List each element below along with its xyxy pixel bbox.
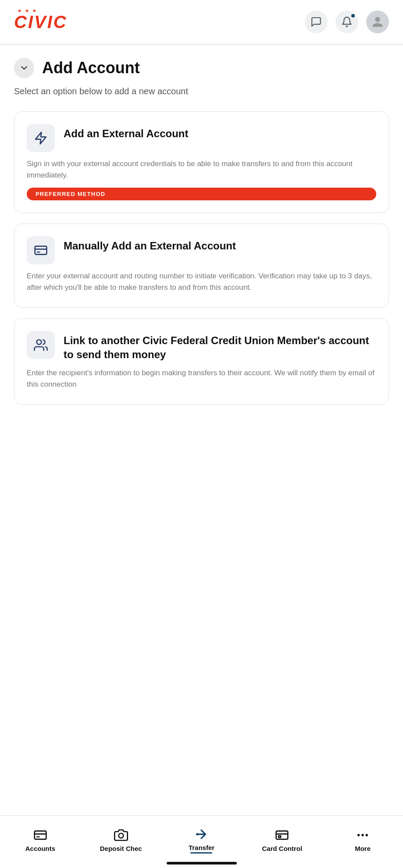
civic-member-title: Link to another Civic Federal Credit Uni… bbox=[64, 334, 376, 361]
civic-member-card[interactable]: Link to another Civic Federal Credit Uni… bbox=[14, 318, 389, 405]
nav-card-control[interactable]: Card Control bbox=[242, 816, 322, 860]
people-icon bbox=[34, 338, 48, 352]
card-top-1: Add an External Account bbox=[27, 124, 376, 152]
svg-point-10 bbox=[196, 833, 198, 835]
accounts-label: Accounts bbox=[25, 845, 55, 852]
avatar-button[interactable] bbox=[366, 11, 389, 33]
civic-logo: CIVIC bbox=[14, 13, 68, 31]
star-1 bbox=[18, 9, 21, 13]
logo-text: CIVIC bbox=[14, 13, 68, 31]
lightning-icon-wrap bbox=[27, 124, 55, 152]
bottom-nav: Accounts Deposit Chec Transfer Card Cont… bbox=[0, 815, 403, 868]
camera-icon bbox=[114, 828, 128, 842]
more-icon bbox=[356, 828, 370, 842]
card-icon bbox=[34, 243, 48, 257]
notification-button[interactable] bbox=[335, 11, 358, 33]
header-icons bbox=[305, 11, 389, 33]
back-button[interactable] bbox=[14, 58, 34, 78]
notification-dot bbox=[350, 13, 356, 18]
external-account-desc: Sign in with your external account crede… bbox=[27, 158, 376, 181]
civic-member-desc: Enter the recipient's information to beg… bbox=[27, 367, 376, 391]
app-header: CIVIC bbox=[0, 0, 403, 44]
bottom-spacer bbox=[0, 405, 403, 466]
transfer-icon bbox=[194, 827, 208, 841]
transfer-label: Transfer bbox=[189, 844, 214, 851]
transfer-active-indicator bbox=[190, 852, 212, 854]
svg-rect-11 bbox=[276, 831, 288, 840]
logo-stars bbox=[18, 9, 36, 13]
card-icon-wrap-2 bbox=[27, 236, 55, 264]
user-icon bbox=[371, 16, 384, 28]
manual-external-title: Manually Add an External Account bbox=[64, 239, 236, 253]
accounts-icon bbox=[33, 828, 47, 842]
star-3 bbox=[32, 9, 36, 13]
external-account-card[interactable]: Add an External Account Sign in with you… bbox=[14, 111, 389, 213]
deposit-check-label: Deposit Chec bbox=[100, 845, 142, 852]
card-content-3: Link to another Civic Federal Credit Uni… bbox=[64, 331, 376, 361]
svg-rect-13 bbox=[278, 836, 281, 837]
lightning-icon bbox=[34, 131, 48, 145]
external-account-title: Add an External Account bbox=[64, 127, 188, 140]
bell-icon bbox=[341, 16, 353, 28]
page-subtitle: Select an option below to add a new acco… bbox=[0, 85, 403, 111]
people-icon-wrap bbox=[27, 331, 55, 359]
chevron-down-icon bbox=[19, 63, 29, 73]
svg-point-15 bbox=[361, 834, 364, 836]
card-top-2: Manually Add an External Account bbox=[27, 236, 376, 264]
manual-external-card[interactable]: Manually Add an External Account Enter y… bbox=[14, 224, 389, 308]
svg-point-14 bbox=[357, 834, 360, 836]
chat-button[interactable] bbox=[305, 11, 328, 33]
card-content-2: Manually Add an External Account bbox=[64, 236, 236, 253]
manual-external-desc: Enter your external account and routing … bbox=[27, 270, 376, 294]
more-label: More bbox=[355, 845, 371, 852]
nav-transfer[interactable]: Transfer bbox=[161, 816, 242, 860]
svg-point-8 bbox=[118, 833, 123, 838]
card-control-label: Card Control bbox=[262, 845, 302, 852]
card-control-icon bbox=[275, 828, 289, 842]
logo-container: CIVIC bbox=[14, 13, 68, 31]
chat-icon bbox=[310, 16, 322, 28]
nav-more[interactable]: More bbox=[322, 816, 403, 860]
preferred-badge: PREFERRED METHOD bbox=[27, 188, 376, 200]
svg-rect-1 bbox=[35, 246, 47, 254]
star-2 bbox=[25, 9, 29, 13]
home-indicator bbox=[167, 862, 237, 864]
page-title: Add Account bbox=[42, 59, 140, 77]
page-title-area: Add Account bbox=[0, 45, 403, 85]
svg-marker-0 bbox=[36, 132, 46, 144]
svg-point-16 bbox=[366, 834, 368, 836]
options-container: Add an External Account Sign in with you… bbox=[0, 111, 403, 405]
card-top-3: Link to another Civic Federal Credit Uni… bbox=[27, 331, 376, 361]
svg-rect-5 bbox=[35, 831, 46, 840]
nav-accounts[interactable]: Accounts bbox=[0, 816, 81, 860]
card-content-1: Add an External Account bbox=[64, 124, 188, 140]
nav-deposit-check[interactable]: Deposit Chec bbox=[81, 816, 161, 860]
svg-point-4 bbox=[37, 340, 42, 345]
